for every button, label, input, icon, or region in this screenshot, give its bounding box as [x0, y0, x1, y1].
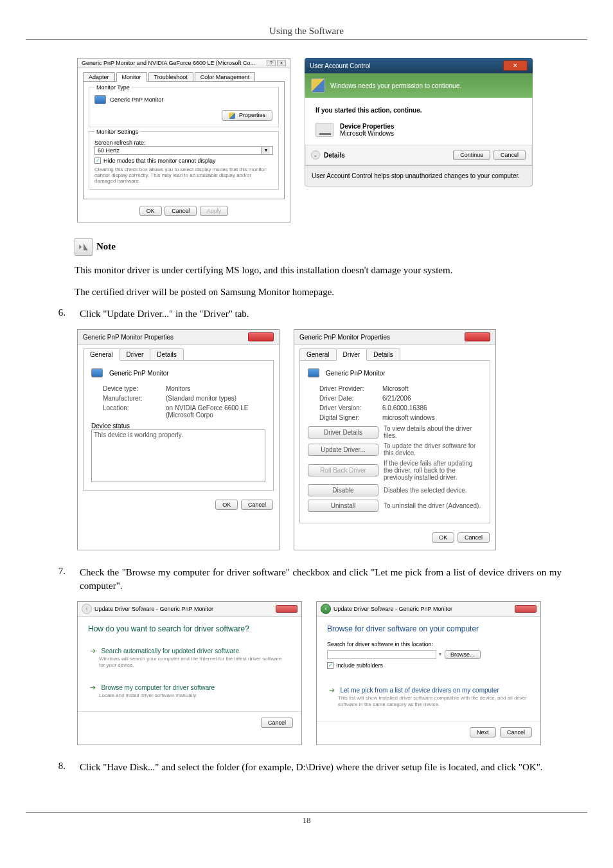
properties-tabs: General Driver Details — [78, 345, 279, 361]
update-driver-wizard-2: ‹ Update Driver Software - Generic PnP M… — [316, 601, 541, 745]
provider-value: Microsoft — [382, 385, 482, 392]
tab-adapter[interactable]: Adapter — [83, 72, 115, 82]
dialog-title-text: Generic PnP Monitor and NVIDIA GeForce 6… — [82, 60, 255, 66]
uac-details-label[interactable]: Details — [324, 152, 345, 159]
monitor-name: Generic PnP Monitor — [110, 96, 163, 103]
close-icon[interactable] — [276, 605, 298, 613]
uac-banner: Windows needs your permission to contion… — [305, 73, 533, 98]
tab-driver[interactable]: Driver — [336, 348, 368, 361]
driver-details-button[interactable]: Driver Details — [308, 426, 378, 439]
cancel-button[interactable]: Cancel — [261, 718, 293, 728]
chevron-down-icon: ▾ — [261, 147, 270, 154]
browse-button[interactable]: Browse... — [445, 650, 481, 659]
back-icon[interactable]: ‹ — [82, 604, 92, 614]
device-icon — [315, 123, 333, 137]
close-icon[interactable] — [515, 605, 537, 613]
wizard-footer: Next Cancel — [317, 721, 540, 745]
option-let-me-pick[interactable]: ➔ Let me pick from a list of device driv… — [327, 680, 530, 712]
ok-button[interactable]: OK — [432, 532, 454, 543]
monitor-type-label: Monitor Type — [94, 84, 132, 91]
uac-titlebar: User Account Control ✕ — [305, 58, 533, 73]
manufacturer-label: Manufacturer: — [103, 395, 161, 402]
step-7: 7. Check the "Browse my computer for dri… — [51, 566, 562, 592]
page-footer: 18 — [26, 812, 587, 826]
properties-button[interactable]: Properties — [222, 110, 272, 121]
arrow-icon: ➔ — [329, 686, 335, 694]
uac-close-icon[interactable]: ✕ — [503, 60, 528, 71]
wizard-footer: Cancel — [78, 711, 301, 735]
cancel-button[interactable]: Cancel — [164, 206, 197, 216]
uac-footer: User Account Control helps stop unauthor… — [305, 166, 533, 186]
update-driver-button[interactable]: Update Driver... — [308, 444, 378, 456]
close-icon[interactable]: x — [277, 60, 286, 66]
tab-troubleshoot[interactable]: Troubleshoot — [148, 72, 193, 82]
uac-banner-text: Windows needs your permission to contion… — [330, 82, 461, 89]
monitor-type-group: Monitor Type Generic PnP Monitor Propert… — [89, 87, 279, 127]
display-properties-dialog: Generic PnP Monitor and NVIDIA GeForce 6… — [77, 58, 290, 222]
update-driver-wizard-1: ‹ Update Driver Software - Generic PnP M… — [77, 601, 302, 745]
chevron-down-icon[interactable]: ▾ — [439, 651, 441, 657]
disable-button[interactable]: Disable — [308, 484, 378, 496]
device-name: Generic PnP Monitor — [109, 370, 169, 377]
step-6-num: 6. — [51, 307, 66, 320]
uninstall-desc: To uninstall the driver (Advanced). — [384, 502, 482, 509]
wizard-breadcrumb: Update Driver Software - Generic PnP Mon… — [94, 606, 213, 612]
include-subfolders-checkbox[interactable]: ✓ — [327, 662, 333, 669]
continue-button[interactable]: Continue — [453, 150, 490, 160]
device-type-label: Device type: — [103, 385, 161, 392]
tab-details[interactable]: Details — [150, 348, 184, 361]
cancel-button[interactable]: Cancel — [493, 150, 526, 160]
uac-device-row: Device Properties Microsoft Windows — [315, 123, 522, 137]
uac-dialog: User Account Control ✕ Windows needs you… — [305, 58, 533, 222]
back-icon[interactable]: ‹ — [321, 604, 331, 614]
option-search-auto[interactable]: ➔ Search automatically for updated drive… — [88, 641, 291, 673]
properties-title: Generic PnP Monitor Properties — [299, 334, 390, 341]
search-location-label: Search for driver software in this locat… — [327, 641, 530, 647]
option-sub: Locate and install driver software manua… — [90, 692, 289, 699]
driver-info-grid: Driver Provider: Microsoft Driver Date: … — [319, 385, 482, 421]
properties-body: Generic PnP Monitor Device type: Monitor… — [83, 360, 274, 491]
help-icon[interactable]: ? — [267, 60, 276, 66]
note-icon — [75, 238, 93, 256]
chevron-down-icon[interactable]: ⌄ — [311, 150, 320, 159]
properties-body: Generic PnP Monitor Driver Provider: Mic… — [299, 360, 490, 523]
monitor-icon — [308, 368, 319, 377]
option-browse[interactable]: ➔ Browse my computer for driver software… — [88, 678, 291, 702]
step-8-num: 8. — [51, 761, 66, 773]
uninstall-button[interactable]: Uninstall — [308, 500, 378, 512]
page-number: 18 — [26, 815, 587, 826]
cancel-button[interactable]: Cancel — [500, 727, 532, 737]
ok-button[interactable]: OK — [215, 500, 238, 510]
step-6: 6. Click "Update Driver..." in the "Driv… — [51, 307, 562, 320]
cancel-button[interactable]: Cancel — [241, 500, 273, 510]
refresh-rate-select[interactable]: 60 Hertz ▾ — [94, 146, 273, 155]
hide-modes-checkbox-row: ✓ Hide modes that this monitor cannot di… — [94, 158, 273, 164]
disable-desc: Disables the selected device. — [384, 487, 482, 494]
wizard-body: How do you want to search for driver sof… — [78, 617, 301, 711]
close-icon[interactable] — [248, 332, 274, 341]
refresh-rate-value: 60 Hertz — [98, 147, 120, 154]
tab-color-management[interactable]: Color Management — [195, 72, 256, 82]
close-icon[interactable] — [465, 332, 490, 341]
wizard-body: Browse for driver software on your compu… — [317, 617, 540, 721]
monitor-settings-group: Monitor Settings Screen refresh rate: 60… — [89, 131, 279, 190]
update-driver-desc: To update the driver software for this d… — [384, 442, 482, 457]
tab-body: Monitor Type Generic PnP Monitor Propert… — [83, 81, 285, 199]
device-status-label: Device status — [91, 422, 265, 429]
tab-general[interactable]: General — [83, 348, 120, 361]
location-label: Location: — [103, 404, 161, 419]
arrow-icon: ➔ — [90, 683, 96, 691]
tab-monitor[interactable]: Monitor — [116, 72, 147, 82]
hide-modes-checkbox[interactable]: ✓ — [94, 158, 101, 164]
figure-row-3: ‹ Update Driver Software - Generic PnP M… — [77, 601, 587, 745]
step-7-text: Check the "Browse my computer for driver… — [80, 566, 562, 592]
path-combobox[interactable] — [327, 650, 436, 659]
wizard-heading: Browse for driver software on your compu… — [327, 624, 530, 633]
tab-driver[interactable]: Driver — [120, 348, 151, 361]
cancel-button[interactable]: Cancel — [458, 532, 490, 543]
tab-general[interactable]: General — [299, 348, 337, 361]
provider-label: Driver Provider: — [319, 385, 377, 392]
tab-details[interactable]: Details — [366, 348, 400, 361]
next-button[interactable]: Next — [470, 727, 496, 737]
ok-button[interactable]: OK — [139, 206, 162, 216]
